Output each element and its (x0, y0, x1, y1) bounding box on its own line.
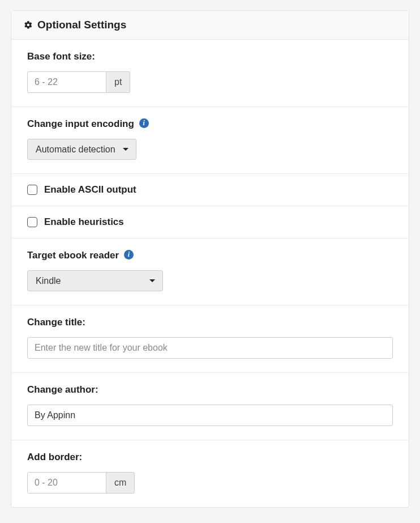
title-label: Change title: (27, 317, 393, 328)
author-input[interactable] (27, 405, 393, 426)
border-input-group: cm (27, 472, 135, 494)
title-input[interactable] (27, 337, 393, 359)
section-encoding: Change input encoding Automatic detectio… (11, 107, 409, 174)
target-reader-label-text: Target ebook reader (27, 250, 119, 261)
section-title: Change title: (11, 305, 409, 373)
info-icon[interactable] (124, 250, 134, 260)
ascii-label: Enable ASCII output (44, 184, 136, 195)
font-size-input-group: pt (27, 71, 130, 93)
card-header: Optional Settings (11, 11, 409, 40)
section-border: Add border: cm (11, 440, 409, 507)
section-heuristics: Enable heuristics (11, 206, 409, 239)
target-reader-label: Target ebook reader (27, 250, 393, 261)
encoding-label: Change input encoding (27, 118, 393, 130)
section-ascii: Enable ASCII output (11, 174, 409, 206)
border-unit: cm (106, 472, 135, 494)
heuristics-label: Enable heuristics (44, 216, 124, 228)
border-label: Add border: (27, 452, 393, 463)
heuristics-checkbox[interactable] (27, 217, 37, 227)
ascii-checkbox[interactable] (27, 185, 37, 195)
target-reader-select[interactable]: Kindle (27, 270, 163, 291)
border-input[interactable] (27, 472, 106, 494)
font-size-input[interactable] (27, 71, 106, 93)
info-icon[interactable] (139, 118, 149, 128)
encoding-select[interactable]: Automatic detection (27, 139, 136, 160)
section-target-reader: Target ebook reader Kindle (11, 239, 409, 305)
gear-icon (24, 20, 33, 29)
font-size-label: Base font size: (27, 51, 393, 62)
optional-settings-card: Optional Settings Base font size: pt Cha… (11, 10, 409, 508)
ascii-check-row: Enable ASCII output (27, 184, 393, 195)
section-author: Change author: (11, 373, 409, 440)
font-size-unit: pt (106, 71, 130, 93)
section-font-size: Base font size: pt (11, 40, 409, 107)
heuristics-check-row: Enable heuristics (27, 216, 393, 228)
encoding-label-text: Change input encoding (27, 118, 134, 129)
card-header-title: Optional Settings (37, 19, 126, 31)
author-label: Change author: (27, 384, 393, 396)
